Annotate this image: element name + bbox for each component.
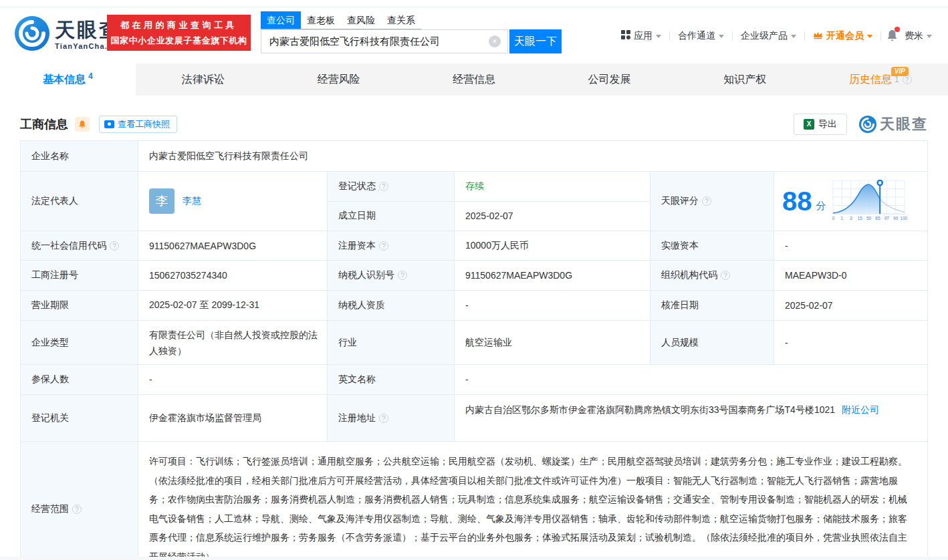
field-label: 登记机关 [21,395,138,441]
notifications-bell-icon[interactable] [886,29,898,42]
field-label: 行业 [327,321,454,364]
svg-text:97: 97 [884,216,889,221]
monitor-bell-icon[interactable] [75,117,90,132]
help-icon[interactable]: ? [721,271,730,280]
export-button[interactable]: X 导出 [794,114,847,135]
header: 天眼查 TianYanCha.com 都在用的商业查询工具 国家中小企业发展子基… [0,0,948,63]
notification-red-dot [895,27,900,32]
help-icon[interactable]: ? [398,271,407,280]
search-tab-risk[interactable]: 查风险 [341,11,381,29]
nav-open-vip[interactable]: 开通会员 [810,30,875,42]
business-info-table: 企业名称 内蒙古爱阳低空飞行科技有限责任公司 法定代表人 李 李慧 登记状态 ?… [20,140,928,560]
table-row: 参保人数 - 英文名称 - [21,364,927,394]
app-grid-icon [621,30,630,41]
tianyancha-watermark: 天眼查 [859,114,928,134]
camera-icon [104,120,114,128]
nav-apps[interactable]: 应用 [618,30,664,42]
promo-badge: 都在用的商业查询工具 国家中小企业发展子基金旗下机构 [107,15,251,51]
search-tabs: 查公司 查老板 查风险 查关系 [261,11,421,29]
nearby-companies-link[interactable]: 附近公司 [842,404,879,415]
svg-text:85: 85 [875,216,880,221]
field-label: 参保人数 [21,365,138,394]
taxpayer-id-value: 91150627MAEAPW3D0G [454,261,650,290]
clear-search-icon[interactable]: × [489,35,501,47]
help-icon[interactable]: ? [72,505,82,514]
registered-address-value: 内蒙古自治区鄂尔多斯市伊金霍洛旗阿勒腾席热镇文明东街33号国泰商务广场T4号楼1… [465,404,835,415]
tab-intellectual-property[interactable]: 知识产权 [677,63,813,96]
svg-text:0: 0 [832,216,834,221]
field-label: 企业名称 [21,141,138,171]
table-row: 登记机关 伊金霍洛旗市场监督管理局 注册地址? 内蒙古自治区鄂尔多斯市伊金霍洛旗… [21,394,927,441]
search-tab-company[interactable]: 查公司 [261,11,301,29]
nav-enterprise-products[interactable]: 企业级产品 [738,30,799,42]
promo-badge-line2: 国家中小企业发展子基金旗下机构 [111,35,247,47]
approval-date-value: 2025-02-07 [774,291,927,320]
business-term-value: 2025-02-07 至 2099-12-31 [138,291,327,320]
excel-icon: X [804,119,814,130]
help-icon[interactable]: ? [379,241,388,251]
tab-history-info[interactable]: VIP 历史信息 1 ? [812,63,948,96]
field-label: 登记状态 ? [327,172,454,201]
table-row: 工商注册号 150627035274340 纳税人识别号? 91150627MA… [21,260,927,290]
search-tab-boss[interactable]: 查老板 [301,11,341,29]
table-row: 统一社会信用代码? 91150627MAEAPW3D0G 注册资本? 10000… [21,231,927,260]
tianyancha-logo-icon [859,116,876,133]
field-label: 人员规模 [650,321,774,364]
status-date-subtable: 登记状态 ? 存续 成立日期 2025-02-07 [327,172,650,231]
field-label: 实缴资本 [650,231,774,260]
score-unit: 分 [816,200,826,213]
field-label: 注册地址? [327,395,454,441]
registration-authority-value: 伊金霍洛旗市场监督管理局 [138,395,327,441]
tab-business-info[interactable]: 经营信息 [406,63,542,96]
company-name-value: 内蒙古爱阳低空飞行科技有限责任公司 [138,141,927,171]
tianyancha-logo-icon [15,16,49,53]
field-label: 成立日期 [327,202,454,231]
company-type-value: 有限责任公司（非自然人投资或控股的法人独资） [138,321,327,364]
industry-value: 航空运输业 [454,321,650,364]
business-scope-value: 许可项目：飞行训练；飞行签派员培训；通用航空服务；公共航空运输；民用航空器（发动… [138,442,927,560]
search-box: × [261,29,508,53]
help-icon[interactable]: ? [903,75,912,84]
registered-address-cell: 内蒙古自治区鄂尔多斯市伊金霍洛旗阿勒腾席热镇文明东街33号国泰商务广场T4号楼1… [454,395,927,441]
nav-cooperation[interactable]: 合作通道 [675,30,727,42]
help-icon[interactable]: ? [379,182,388,191]
registered-capital-value: 10000万人民币 [454,231,650,260]
taxpayer-qualification-value: - [454,291,650,320]
tab-operating-risk[interactable]: 经营风险 [271,63,406,96]
search-input[interactable] [261,36,489,47]
field-label: 组织机构代码? [650,261,774,290]
field-label: 天眼评分 ? [650,172,774,231]
tab-legal-litigation[interactable]: 法律诉讼 [136,63,271,96]
help-icon[interactable]: ? [110,241,119,251]
svg-text:1: 1 [840,216,843,221]
table-row: 企业类型 有限责任公司（非自然人投资或控股的法人独资） 行业 航空运输业 人员规… [21,320,927,364]
view-business-snapshot-button[interactable]: 查看工商快照 [99,116,177,133]
svg-text:50: 50 [866,216,871,221]
insured-count-value: - [138,365,327,394]
help-icon[interactable]: ? [379,414,388,423]
score-marker-pin [877,180,882,185]
tab-basic-info[interactable]: 基本信息 4 [0,63,136,96]
field-label: 法定代表人 [21,172,138,231]
chevron-down-icon [867,35,872,38]
field-label: 企业类型 [21,321,138,364]
help-icon[interactable]: ? [702,196,711,206]
chevron-down-icon [656,35,661,38]
chevron-down-icon [719,35,724,38]
top-nav: 应用 合作通道 企业级产品 开通会员 [618,29,935,42]
english-name-value: - [454,365,927,394]
table-row: 营业期限 2025-02-07 至 2099-12-31 纳税人资质 - 核准日… [21,290,927,320]
score-cell: 88 分 [774,172,927,231]
svg-text:3: 3 [849,216,852,221]
legal-rep-link[interactable]: 李慧 [183,195,201,207]
search-button[interactable]: 天眼一下 [509,29,562,53]
registration-status-value: 存续 [454,172,650,201]
svg-text:99: 99 [893,216,898,221]
avatar[interactable]: 李 [149,188,174,214]
search-tab-relation[interactable]: 查关系 [381,11,421,29]
page-tab-bar: 基本信息 4 法律诉讼 经营风险 经营信息 公司发展 知识产权 VIP 历史信息… [0,63,948,96]
tab-company-development[interactable]: 公司发展 [542,63,677,96]
field-label: 统一社会信用代码? [21,231,138,260]
nav-user[interactable]: 费米 [902,30,935,42]
section-toolbar: 工商信息 查看工商快照 X 导出 天眼查 [20,114,928,135]
